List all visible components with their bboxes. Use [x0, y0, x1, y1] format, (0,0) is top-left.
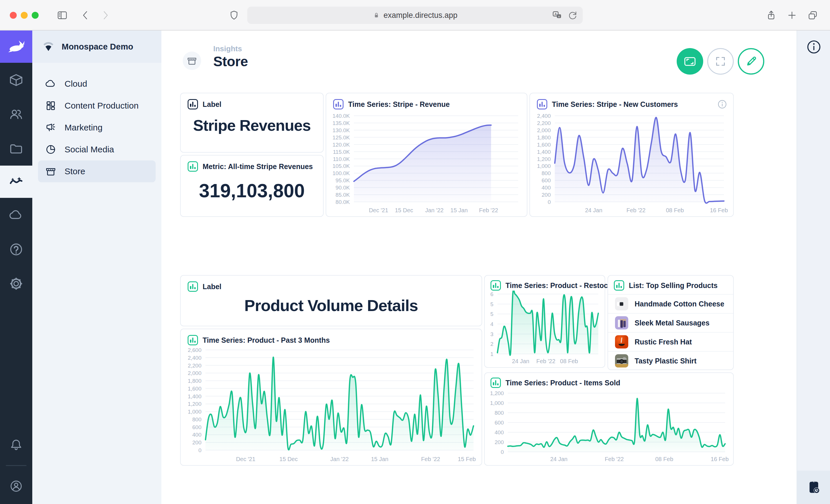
- svg-text:200: 200: [542, 192, 551, 198]
- product-name: Rustic Fresh Hat: [635, 338, 692, 346]
- module-insights-active[interactable]: [0, 166, 32, 198]
- svg-text:1,000: 1,000: [188, 409, 201, 415]
- panel-icon: [188, 161, 198, 172]
- list-item[interactable]: Sleek Metal Sausages: [608, 313, 733, 332]
- svg-text:115.0K: 115.0K: [333, 149, 350, 155]
- svg-text:15 Jan: 15 Jan: [371, 456, 388, 462]
- svg-text:Jan '22: Jan '22: [425, 207, 444, 213]
- tab-overview-icon[interactable]: [807, 9, 819, 21]
- url-bar[interactable]: example.directus.app Ax: [247, 7, 583, 24]
- activity-log-button[interactable]: [797, 471, 830, 504]
- url-text: example.directus.app: [384, 11, 458, 20]
- panel-icon: [188, 335, 198, 345]
- svg-text:1,200: 1,200: [490, 390, 504, 396]
- panel-icon: [188, 281, 198, 292]
- project-signal-icon: [42, 40, 55, 53]
- svg-text:120.0K: 120.0K: [332, 142, 350, 148]
- svg-text:1,600: 1,600: [537, 142, 551, 148]
- info-icon[interactable]: [717, 99, 727, 109]
- svg-text:125.0K: 125.0K: [332, 134, 350, 140]
- module-help[interactable]: [0, 232, 32, 266]
- account-icon[interactable]: [0, 472, 32, 500]
- reload-icon[interactable]: [567, 9, 578, 21]
- module-files[interactable]: [0, 131, 32, 166]
- sidebar-item-label: Cloud: [65, 79, 87, 89]
- screen: example.directus.app Ax: [0, 0, 830, 504]
- panel-title: List: Top Selling Products: [629, 281, 717, 290]
- svg-text:100.0K: 100.0K: [332, 170, 350, 176]
- fullscreen-button[interactable]: [707, 48, 734, 75]
- product-thumbnail: [615, 297, 628, 310]
- sidebar-item-store[interactable]: Store: [38, 160, 156, 182]
- svg-text:16 Feb: 16 Feb: [710, 207, 728, 213]
- svg-text:Feb '22: Feb '22: [479, 207, 498, 213]
- svg-text:130.0K: 130.0K: [332, 127, 350, 133]
- items-sold-chart: 1,2001,000800600400200024 JanFeb '2208 F…: [485, 389, 733, 465]
- traffic-light-close[interactable]: [10, 12, 17, 19]
- list-item[interactable]: Rustic Fresh Hat: [608, 332, 733, 351]
- info-icon[interactable]: [805, 39, 822, 55]
- svg-text:600: 600: [192, 424, 201, 430]
- module-bar: [0, 31, 32, 504]
- svg-text:400: 400: [192, 432, 201, 438]
- svg-text:Dec '21: Dec '21: [369, 207, 388, 213]
- sidebar-item-content-production[interactable]: Content Production: [38, 95, 156, 116]
- project-header[interactable]: Monospace Demo: [32, 31, 161, 63]
- list-item[interactable]: Handmade Cotton Cheese: [608, 294, 733, 313]
- svg-text:Dec '21: Dec '21: [236, 456, 255, 462]
- svg-text:0: 0: [548, 199, 551, 205]
- storefront-icon: [187, 55, 197, 66]
- svg-text:x: x: [558, 15, 560, 18]
- cloud-icon: [45, 78, 57, 90]
- browser-chrome: example.directus.app Ax: [0, 0, 830, 31]
- panel-restocks: Time Series: Product - Restocks 65543212…: [484, 275, 605, 368]
- svg-text:08 Feb: 08 Feb: [666, 207, 684, 213]
- svg-text:2,400: 2,400: [537, 113, 551, 119]
- module-settings[interactable]: [0, 266, 32, 301]
- traffic-light-zoom[interactable]: [32, 12, 39, 19]
- list-item[interactable]: Tasty Plastic Shirt: [608, 351, 733, 370]
- sidebar-item-cloud[interactable]: Cloud: [38, 73, 156, 95]
- svg-text:2,200: 2,200: [188, 363, 201, 369]
- fit-screen-button[interactable]: [677, 48, 703, 75]
- svg-text:2,200: 2,200: [537, 120, 551, 126]
- panel-metric: Metric: All-time Stripe Revenues 319,103…: [180, 155, 324, 217]
- notifications-bell-icon[interactable]: [0, 431, 32, 459]
- svg-text:A: A: [554, 12, 557, 16]
- sidebar-item-social-media[interactable]: Social Media: [38, 138, 156, 160]
- project-name: Monospace Demo: [62, 42, 133, 52]
- back-icon[interactable]: [79, 9, 91, 21]
- svg-text:24 Jan: 24 Jan: [512, 358, 529, 364]
- edit-pencil-button[interactable]: [738, 48, 764, 75]
- directus-logo[interactable]: [0, 31, 32, 63]
- panel-top-selling: List: Top Selling Products Handmade Cott…: [608, 275, 734, 370]
- traffic-light-minimize[interactable]: [21, 12, 28, 19]
- svg-text:15 Dec: 15 Dec: [395, 207, 413, 213]
- module-collections[interactable]: [0, 63, 32, 97]
- svg-text:2,000: 2,000: [537, 127, 551, 133]
- svg-text:24 Jan: 24 Jan: [585, 207, 602, 213]
- svg-text:Jan '22: Jan '22: [330, 456, 349, 462]
- sidebar-item-marketing[interactable]: Marketing: [38, 116, 156, 138]
- breadcrumb[interactable]: Insights: [213, 44, 242, 53]
- translate-icon[interactable]: Ax: [552, 9, 563, 21]
- svg-text:08 Feb: 08 Feb: [656, 456, 673, 462]
- shield-icon[interactable]: [228, 9, 240, 21]
- panel-title: Time Series: Product - Items Sold: [506, 379, 620, 387]
- sidebar-toggle-icon[interactable]: [57, 9, 68, 21]
- svg-text:800: 800: [494, 410, 504, 416]
- panel-title: Label: [202, 100, 221, 108]
- new-tab-icon[interactable]: [786, 9, 798, 21]
- module-users[interactable]: [0, 97, 32, 131]
- svg-text:400: 400: [542, 184, 551, 191]
- panel-title: Label: [202, 282, 221, 291]
- panel-icon: [490, 377, 501, 388]
- dashboard-icon-circle: [183, 52, 201, 70]
- svg-text:1,000: 1,000: [537, 163, 551, 169]
- share-icon[interactable]: [765, 9, 777, 21]
- nav-sidebar: Monospace Demo CloudContent ProductionMa…: [32, 31, 161, 504]
- svg-text:1,000: 1,000: [490, 400, 504, 406]
- forward-icon[interactable]: [100, 9, 111, 21]
- svg-text:1,200: 1,200: [537, 156, 551, 162]
- module-cloud[interactable]: [0, 198, 32, 232]
